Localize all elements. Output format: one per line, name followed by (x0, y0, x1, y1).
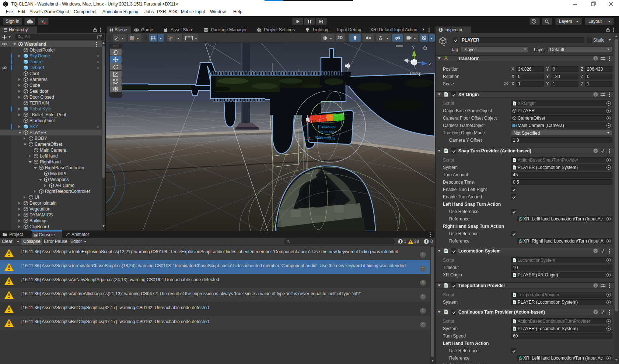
svg-text:?: ? (595, 149, 597, 153)
svg-text:#: # (445, 93, 447, 96)
svg-text:#: # (514, 259, 515, 262)
svg-text:?: ? (595, 310, 597, 314)
svg-text:y: y (412, 45, 415, 49)
svg-text:#: # (514, 159, 515, 162)
svg-text:#: # (514, 102, 515, 105)
svg-text:#: # (514, 327, 515, 331)
svg-text:z: z (429, 61, 431, 66)
svg-text:‹ Persp: ‹ Persp (407, 71, 422, 76)
svg-text:?: ? (595, 93, 597, 96)
svg-text:#: # (514, 301, 515, 304)
svg-text:#: # (514, 166, 515, 169)
svg-text:#: # (514, 320, 515, 323)
svg-text:#: # (514, 293, 515, 297)
svg-text:#: # (514, 273, 515, 277)
svg-text:?: ? (595, 284, 597, 287)
svg-text:Y: Y (154, 38, 155, 40)
svg-text:?: ? (595, 249, 597, 253)
svg-text:#: # (445, 149, 447, 153)
svg-text:#: # (445, 284, 447, 287)
svg-text:?: ? (595, 57, 597, 60)
svg-text:#: # (445, 310, 447, 314)
svg-text:#: # (445, 249, 447, 253)
